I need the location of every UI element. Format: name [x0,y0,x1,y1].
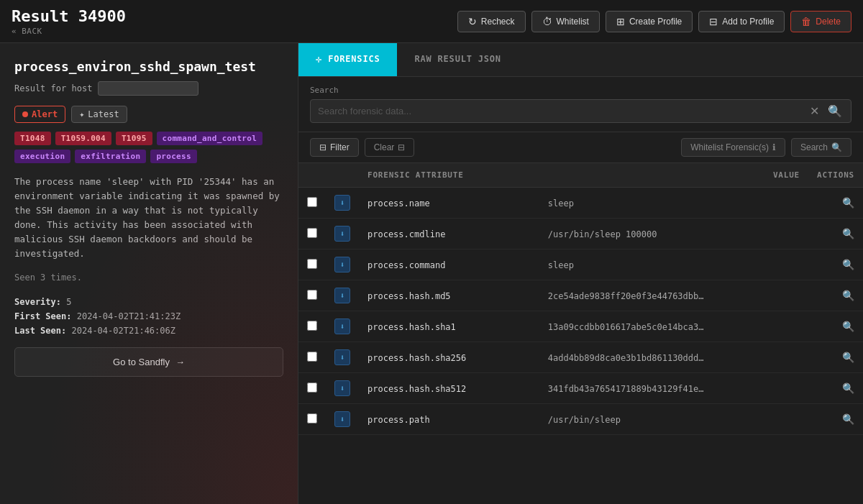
whitelist-button[interactable]: ⏱ Whitelist [531,11,600,32]
recheck-icon: ↻ [468,16,477,27]
table-row: ⬇ process.hash.sha256 4add4bb89d8ca0e3b1… [298,342,863,373]
tag-command-control[interactable]: command_and_control [157,132,263,145]
alert-badge: Alert [14,106,65,123]
search-input[interactable] [318,106,803,116]
row-icon-cell: ⬇ [326,219,359,249]
table-row: ⬇ process.name sleep 🔍 [298,188,863,219]
recheck-button[interactable]: ↻ Recheck [457,11,526,32]
row-checkbox-2[interactable] [307,259,317,269]
row-attr: process.hash.sha256 [359,342,539,373]
clear-button[interactable]: Clear ⊟ [365,138,415,157]
row-action-cell: 🔍 [808,188,863,219]
row-search-button-7[interactable]: 🔍 [842,413,854,425]
attr-name: process.hash.sha256 [367,353,466,363]
shield-icon: ⬇ [334,411,350,427]
row-search-button-3[interactable]: 🔍 [842,290,854,301]
row-checkbox-cell [298,280,326,311]
row-attr: process.hash.md5 [359,280,539,311]
last-seen-value: 2024-04-02T21:46:06Z [71,326,175,336]
row-search-button-4[interactable]: 🔍 [842,321,854,332]
goto-sandfly-button[interactable]: Go to Sandfly → [14,347,283,377]
row-search-button-5[interactable]: 🔍 [842,352,854,363]
host-input[interactable] [98,81,198,96]
attr-value: 13a09ccdbb016617abe5c0e14bca3… [548,322,704,332]
shield-icon: ⬇ [334,195,350,211]
table-header-row: FORENSIC ATTRIBUTE VALUE ACTIONS [298,163,863,188]
tag-t1095[interactable]: T1095 [116,132,152,145]
back-link[interactable]: « BACK [12,27,457,36]
row-icon-cell: ⬇ [326,373,359,404]
row-checkbox-cell [298,311,326,342]
row-action-cell: 🔍 [808,342,863,373]
last-seen-row: Last Seen: 2024-04-02T21:46:06Z [14,326,283,336]
row-search-button-2[interactable]: 🔍 [842,259,854,270]
row-attr: process.hash.sha1 [359,311,539,342]
tag-row: T1048 T1059.004 T1095 command_and_contro… [14,132,283,163]
attr-value: sleep [548,260,574,270]
main-content: process_environ_sshd_spawn_test Result f… [0,43,863,504]
attr-name: process.cmdline [367,229,445,239]
whitelist-info-icon: ℹ [772,142,776,152]
row-checkbox-3[interactable] [307,290,317,300]
filter-button[interactable]: ⊟ Filter [310,138,359,157]
row-checkbox-5[interactable] [307,352,317,362]
table-row: ⬇ process.path /usr/bin/sleep 🔍 [298,404,863,435]
row-checkbox-cell [298,188,326,219]
row-action-cell: 🔍 [808,404,863,435]
row-value: /usr/bin/sleep 100000 [539,219,808,249]
attr-name: process.hash.sha512 [367,384,466,394]
row-checkbox-4[interactable] [307,321,317,331]
table-row: ⬇ process.command sleep 🔍 [298,249,863,280]
row-icon-cell: ⬇ [326,249,359,280]
whitelist-forensics-button[interactable]: Whitelist Forensic(s) ℹ [681,138,785,157]
attr-value: 2ce54ade9838ff20e0f3e44763dbb… [548,291,704,301]
row-checkbox-0[interactable] [307,197,317,207]
col-icon [326,163,359,188]
row-checkbox-7[interactable] [307,413,317,423]
tag-exfiltration[interactable]: exfiltration [75,150,146,163]
table-row: ⬇ process.hash.sha1 13a09ccdbb016617abe5… [298,311,863,342]
row-attr: process.hash.sha512 [359,373,539,404]
tag-t1048[interactable]: T1048 [14,132,51,145]
forensics-tab-icon: ✛ [316,53,322,65]
alert-dot [22,111,28,117]
shield-icon: ⬇ [334,226,350,242]
attr-value: 341fdb43a7654171889b43129f41e… [548,384,704,394]
row-search-button-6[interactable]: 🔍 [842,382,854,394]
description: The process name 'sleep' with PID '25344… [14,175,283,261]
row-checkbox-cell [298,404,326,435]
row-search-button-1[interactable]: 🔍 [842,228,854,239]
row-checkbox-cell [298,373,326,404]
add-to-profile-button[interactable]: ⊟ Add to Profile [698,11,785,32]
tag-process[interactable]: process [150,150,196,163]
row-checkbox-1[interactable] [307,228,317,238]
header-left: Result 34900 « BACK [12,7,457,36]
shield-icon: ⬇ [334,319,350,334]
latest-badge: ✦ Latest [71,106,127,123]
tab-raw-json[interactable]: RAW RESULT JSON [397,43,518,76]
row-icon-cell: ⬇ [326,311,359,342]
tab-forensics[interactable]: ✛ FORENSICS [298,43,397,76]
attr-name: process.hash.md5 [367,291,451,301]
row-attr: process.cmdline [359,219,539,249]
tag-t1059[interactable]: T1059.004 [55,132,111,145]
search-small-button[interactable]: Search 🔍 [791,138,851,157]
col-actions: ACTIONS [808,163,863,188]
right-panel: ✛ FORENSICS RAW RESULT JSON Search ✕ 🔍 ⊟… [298,43,863,504]
shield-icon: ⬇ [334,257,350,272]
row-checkbox-6[interactable] [307,382,317,393]
first-seen-value: 2024-04-02T21:41:23Z [77,311,181,321]
search-clear-button[interactable]: ✕ [808,104,821,118]
delete-button[interactable]: 🗑 Delete [790,11,851,32]
seen-times: Seen 3 times. [14,272,283,283]
tag-execution[interactable]: execution [14,150,70,163]
shield-icon: ⬇ [334,380,350,396]
row-value: 4add4bb89d8ca0e3b1bd861130ddd… [539,342,808,373]
first-seen-row: First Seen: 2024-04-02T21:41:23Z [14,311,283,321]
search-submit-button[interactable]: 🔍 [826,104,844,118]
row-attr: process.command [359,249,539,280]
row-value: 13a09ccdbb016617abe5c0e14bca3… [539,311,808,342]
search-label: Search [310,86,851,95]
row-search-button-0[interactable]: 🔍 [842,197,854,209]
create-profile-button[interactable]: ⊞ Create Profile [606,11,693,32]
